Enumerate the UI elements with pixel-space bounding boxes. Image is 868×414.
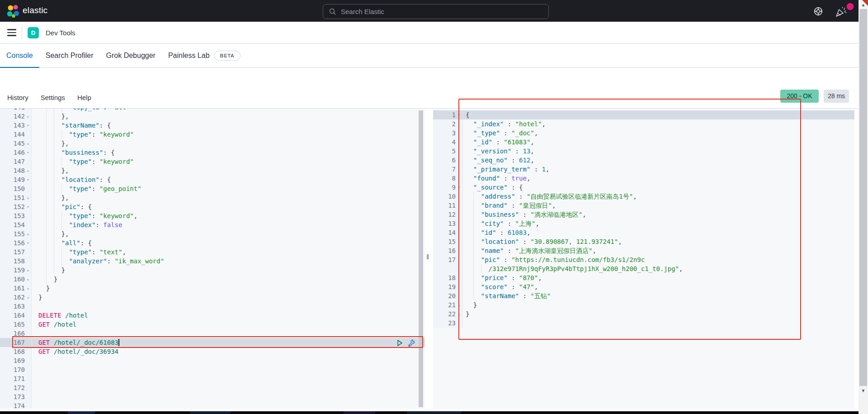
code-text[interactable]: "_type" : "_doc",	[463, 128, 854, 138]
code-text[interactable]: "address" : "自由贸易试验区临港新片区南岛1号",	[463, 192, 854, 201]
panel-resize-handle[interactable]: ‖	[426, 253, 429, 261]
menu-settings[interactable]: Settings	[41, 94, 65, 101]
editor-line-144[interactable]: 144 "type": "keyword"	[0, 130, 425, 139]
code-text[interactable]	[32, 374, 425, 383]
fold-toggle-icon[interactable]: ▾	[25, 202, 32, 211]
code-text[interactable]	[32, 365, 425, 374]
browser-scrollbar[interactable]: ▲ ▼	[859, 0, 868, 414]
response-line-17[interactable]: 17 "pic" : "https://m.tuniucdn.com/fb3/s…	[433, 255, 854, 264]
response-line-18[interactable]: 18 "price" : "870",	[433, 273, 854, 282]
editor-line-142[interactable]: 142▴ },	[0, 112, 425, 121]
scrollbar-thumb[interactable]	[859, 9, 867, 386]
code-text[interactable]: },	[32, 112, 425, 121]
code-text[interactable]: "business" : "滴水湖临港地区",	[463, 210, 854, 219]
code-text[interactable]: "pic" : "https://m.tuniucdn.com/fb3/s1/2…	[463, 255, 854, 264]
code-text[interactable]: },	[32, 166, 425, 175]
fold-toggle-icon[interactable]: ▴	[25, 275, 32, 284]
code-text[interactable]: /312e971Rnj9qFyR3pPv4bTtpj1hX_w200_h200_…	[463, 264, 854, 273]
code-text[interactable]: "type": "keyword"	[32, 130, 425, 139]
code-text[interactable]	[32, 356, 425, 365]
response-line-15[interactable]: 15 "location" : "30.890867, 121.937241",	[433, 237, 854, 246]
response-line-10[interactable]: 10 "address" : "自由贸易试验区临港新片区南岛1号",	[433, 192, 854, 201]
app-badge[interactable]: D	[28, 27, 39, 38]
response-line-1[interactable]: 1▾{	[433, 110, 854, 119]
code-text[interactable]: "type": "text",	[32, 247, 425, 257]
tab-painless-lab[interactable]: Painless Lab BETA	[168, 44, 241, 68]
tab-search-profiler[interactable]: Search Profiler	[46, 44, 94, 68]
code-text[interactable]: "location": {	[32, 175, 425, 184]
response-line-8[interactable]: 8 "found" : true,	[433, 174, 854, 183]
response-line-22[interactable]: 22▴}	[433, 309, 854, 319]
code-text[interactable]: "type": "keyword"	[32, 157, 425, 166]
menu-hamburger-icon[interactable]	[7, 29, 16, 36]
code-text[interactable]: "bussiness": {	[32, 148, 425, 157]
code-text[interactable]: }	[463, 300, 854, 309]
code-text[interactable]: "all": {	[32, 238, 425, 247]
fold-toggle-icon[interactable]: ▴	[25, 284, 32, 293]
code-text[interactable]: "score" : "47",	[463, 282, 854, 291]
response-line-12[interactable]: 12 "business" : "滴水湖临港地区",	[433, 210, 854, 219]
editor-line-169[interactable]: 169	[0, 356, 425, 365]
code-text[interactable]: "_version" : 13,	[463, 147, 854, 156]
response-line-19[interactable]: 19 "score" : "47",	[433, 282, 854, 291]
response-line-2[interactable]: 2 "_index" : "hotel",	[433, 119, 854, 128]
code-text[interactable]: "_source" : {	[463, 183, 854, 192]
code-text[interactable]: "type": "geo_point"	[32, 184, 425, 193]
code-text[interactable]: "brand" : "皇冠假日",	[463, 201, 854, 210]
tab-console[interactable]: Console	[6, 44, 33, 68]
editor-line-143[interactable]: 143▾ "starName": {	[0, 121, 425, 130]
editor-line-147[interactable]: 147 "type": "keyword"	[0, 157, 425, 166]
code-text[interactable]: }	[32, 266, 425, 275]
editor-line-148[interactable]: 148▴ },	[0, 166, 425, 175]
code-text[interactable]: DELETE /hotel	[32, 311, 425, 320]
response-line-5[interactable]: 5 "_version" : 13,	[433, 147, 854, 156]
editor-line-152[interactable]: 152▾ "pic": {	[0, 202, 425, 211]
code-text[interactable]: "_seq_no" : 612,	[463, 156, 854, 165]
code-text[interactable]: },	[32, 139, 425, 148]
editor-line-164[interactable]: 164DELETE /hotel	[0, 311, 425, 320]
editor-line-167[interactable]: 167GET /hotel/_doc/61083	[0, 338, 425, 347]
response-line-9[interactable]: 9▾ "_source" : {	[433, 183, 854, 192]
tab-grok-debugger[interactable]: Grok Debugger	[106, 44, 156, 68]
fold-toggle-icon[interactable]: ▴	[25, 112, 32, 121]
code-text[interactable]	[32, 392, 425, 401]
editor-line-141[interactable]: 141 "copy_to": "all"	[0, 109, 425, 112]
editor-line-149[interactable]: 149▾ "location": {	[0, 175, 425, 184]
code-text[interactable]: GET /hotel	[32, 320, 425, 329]
code-text[interactable]: GET /hotel/_doc/61083	[32, 338, 425, 347]
code-text[interactable]: "starName": {	[32, 121, 425, 130]
editor-line-151[interactable]: 151▴ },	[0, 193, 425, 202]
code-text[interactable]: "price" : "870",	[463, 273, 854, 282]
code-text[interactable]: "name" : "上海滴水湖皇冠假日酒店",	[463, 246, 854, 255]
code-text[interactable]: }	[32, 284, 425, 293]
code-text[interactable]: "_index" : "hotel",	[463, 119, 854, 128]
editor-line-171[interactable]: 171	[0, 374, 425, 383]
editor-scrollbar[interactable]	[419, 110, 423, 407]
search-input[interactable]	[341, 8, 531, 15]
editor-line-157[interactable]: 157 "type": "text",	[0, 247, 425, 257]
code-text[interactable]: "type": "keyword",	[32, 211, 425, 220]
request-editor[interactable]: 141 "copy_to": "all"142▴ },143▾ "starNam…	[0, 109, 425, 409]
fold-toggle-icon[interactable]: ▾	[25, 121, 32, 130]
menu-help[interactable]: Help	[77, 94, 91, 101]
code-text[interactable]: "found" : true,	[463, 174, 854, 183]
fold-toggle-icon[interactable]: ▴	[25, 139, 32, 148]
editor-line-155[interactable]: 155▴ },	[0, 229, 425, 238]
response-line-14[interactable]: 14 "id" : 61083,	[433, 228, 854, 237]
code-text[interactable]: "city" : "上海",	[463, 219, 854, 228]
scroll-down-icon[interactable]: ▼	[859, 388, 868, 393]
code-text[interactable]: "location" : "30.890867, 121.937241",	[463, 237, 854, 246]
editor-line-168[interactable]: 168GET /hotel/_doc/36934	[0, 347, 425, 356]
code-text[interactable]: "_primary_term" : 1,	[463, 165, 854, 174]
code-text[interactable]	[32, 383, 425, 392]
response-line-13[interactable]: 13 "city" : "上海",	[433, 219, 854, 228]
fold-toggle-icon[interactable]: ▴	[25, 293, 32, 302]
editor-line-158[interactable]: 158 "analyzer": "ik_max_word"	[0, 257, 425, 266]
code-text[interactable]	[463, 319, 854, 328]
editor-line-161[interactable]: 161▴ }	[0, 284, 425, 293]
editor-line-153[interactable]: 153 "type": "keyword",	[0, 211, 425, 220]
code-text[interactable]: },	[32, 193, 425, 202]
response-viewer[interactable]: 1▾{2 "_index" : "hotel",3 "_type" : "_do…	[433, 109, 854, 409]
response-line-3[interactable]: 3 "_type" : "_doc",	[433, 128, 854, 138]
fold-toggle-icon[interactable]: ▴	[25, 229, 32, 238]
